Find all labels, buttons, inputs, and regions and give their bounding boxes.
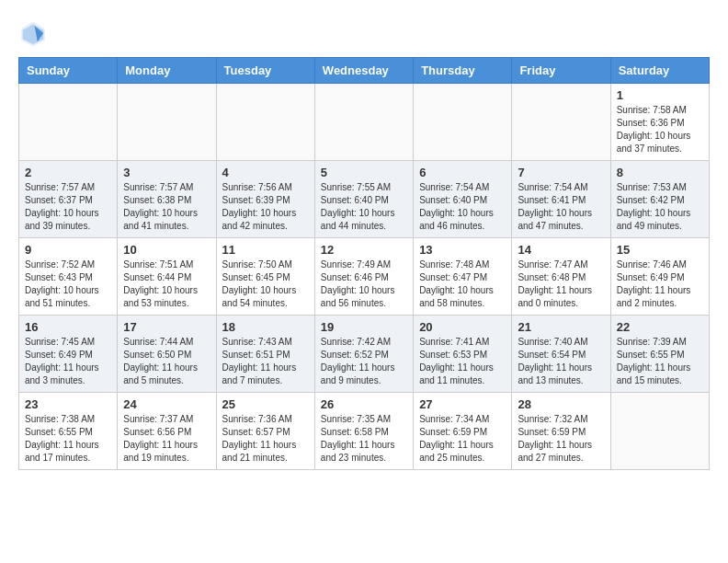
day-number: 5 — [321, 166, 407, 179]
calendar-cell: 4Sunrise: 7:56 AM Sunset: 6:39 PM Daylig… — [216, 161, 314, 238]
calendar-cell — [610, 393, 709, 470]
calendar-cell: 19Sunrise: 7:42 AM Sunset: 6:52 PM Dayli… — [314, 316, 413, 393]
calendar-cell: 15Sunrise: 7:46 AM Sunset: 6:49 PM Dayli… — [610, 238, 709, 316]
day-number: 22 — [617, 320, 703, 334]
day-info: Sunrise: 7:54 AM Sunset: 6:40 PM Dayligh… — [419, 181, 506, 233]
day-header-monday: Monday — [118, 58, 216, 84]
day-number: 1 — [617, 88, 703, 102]
day-info: Sunrise: 7:53 AM Sunset: 6:42 PM Dayligh… — [617, 181, 703, 233]
day-number: 12 — [321, 243, 407, 257]
day-header-sunday: Sunday — [19, 58, 118, 84]
day-number: 18 — [222, 320, 309, 334]
day-header-friday: Friday — [512, 58, 610, 84]
day-number: 9 — [25, 243, 111, 257]
calendar-cell: 25Sunrise: 7:36 AM Sunset: 6:57 PM Dayli… — [216, 393, 314, 470]
logo — [18, 18, 51, 48]
calendar-cell: 23Sunrise: 7:38 AM Sunset: 6:55 PM Dayli… — [19, 393, 118, 470]
day-number: 11 — [222, 243, 309, 257]
calendar-cell: 6Sunrise: 7:54 AM Sunset: 6:40 PM Daylig… — [414, 161, 512, 238]
day-number: 16 — [25, 320, 111, 334]
calendar-cell: 1Sunrise: 7:58 AM Sunset: 6:36 PM Daylig… — [610, 84, 709, 161]
day-info: Sunrise: 7:46 AM Sunset: 6:49 PM Dayligh… — [617, 259, 703, 310]
calendar-week-row: 2Sunrise: 7:57 AM Sunset: 6:37 PM Daylig… — [19, 161, 710, 238]
calendar-cell: 24Sunrise: 7:37 AM Sunset: 6:56 PM Dayli… — [118, 393, 216, 470]
calendar-cell: 21Sunrise: 7:40 AM Sunset: 6:54 PM Dayli… — [512, 316, 610, 393]
calendar-cell: 27Sunrise: 7:34 AM Sunset: 6:59 PM Dayli… — [414, 393, 512, 470]
logo-icon — [18, 18, 48, 48]
day-number: 25 — [222, 397, 309, 411]
day-header-wednesday: Wednesday — [314, 58, 413, 84]
day-number: 15 — [617, 243, 703, 257]
calendar-cell: 28Sunrise: 7:32 AM Sunset: 6:59 PM Dayli… — [512, 393, 610, 470]
calendar-cell: 22Sunrise: 7:39 AM Sunset: 6:55 PM Dayli… — [610, 316, 709, 393]
calendar-cell: 8Sunrise: 7:53 AM Sunset: 6:42 PM Daylig… — [610, 161, 709, 238]
calendar-cell: 18Sunrise: 7:43 AM Sunset: 6:51 PM Dayli… — [216, 316, 314, 393]
calendar-week-row: 23Sunrise: 7:38 AM Sunset: 6:55 PM Dayli… — [19, 393, 710, 470]
day-info: Sunrise: 7:49 AM Sunset: 6:46 PM Dayligh… — [321, 259, 407, 310]
day-info: Sunrise: 7:40 AM Sunset: 6:54 PM Dayligh… — [518, 336, 604, 387]
day-number: 10 — [123, 243, 210, 257]
day-info: Sunrise: 7:37 AM Sunset: 6:56 PM Dayligh… — [123, 413, 210, 465]
calendar-cell: 7Sunrise: 7:54 AM Sunset: 6:41 PM Daylig… — [512, 161, 610, 238]
day-header-saturday: Saturday — [610, 58, 709, 84]
day-info: Sunrise: 7:56 AM Sunset: 6:39 PM Dayligh… — [222, 181, 309, 233]
calendar-cell — [19, 84, 118, 161]
day-info: Sunrise: 7:55 AM Sunset: 6:40 PM Dayligh… — [321, 181, 407, 233]
day-info: Sunrise: 7:58 AM Sunset: 6:36 PM Dayligh… — [617, 104, 703, 155]
day-info: Sunrise: 7:43 AM Sunset: 6:51 PM Dayligh… — [222, 336, 309, 387]
calendar-cell: 26Sunrise: 7:35 AM Sunset: 6:58 PM Dayli… — [314, 393, 413, 470]
day-number: 19 — [321, 320, 407, 334]
day-number: 21 — [518, 320, 604, 334]
day-info: Sunrise: 7:38 AM Sunset: 6:55 PM Dayligh… — [25, 413, 111, 465]
day-number: 2 — [25, 166, 111, 179]
day-info: Sunrise: 7:36 AM Sunset: 6:57 PM Dayligh… — [222, 413, 309, 465]
calendar-cell: 20Sunrise: 7:41 AM Sunset: 6:53 PM Dayli… — [414, 316, 512, 393]
calendar-cell: 17Sunrise: 7:44 AM Sunset: 6:50 PM Dayli… — [118, 316, 216, 393]
day-header-thursday: Thursday — [414, 58, 512, 84]
day-info: Sunrise: 7:35 AM Sunset: 6:58 PM Dayligh… — [321, 413, 407, 465]
day-info: Sunrise: 7:41 AM Sunset: 6:53 PM Dayligh… — [419, 336, 506, 387]
calendar-week-row: 9Sunrise: 7:52 AM Sunset: 6:43 PM Daylig… — [19, 238, 710, 316]
day-number: 6 — [419, 166, 506, 179]
day-number: 27 — [419, 397, 506, 411]
day-info: Sunrise: 7:52 AM Sunset: 6:43 PM Dayligh… — [25, 259, 111, 310]
calendar-cell: 11Sunrise: 7:50 AM Sunset: 6:45 PM Dayli… — [216, 238, 314, 316]
day-info: Sunrise: 7:39 AM Sunset: 6:55 PM Dayligh… — [617, 336, 703, 387]
day-info: Sunrise: 7:34 AM Sunset: 6:59 PM Dayligh… — [419, 413, 506, 465]
calendar-cell: 16Sunrise: 7:45 AM Sunset: 6:49 PM Dayli… — [19, 316, 118, 393]
calendar-cell — [118, 84, 216, 161]
day-number: 28 — [518, 397, 604, 411]
day-info: Sunrise: 7:32 AM Sunset: 6:59 PM Dayligh… — [518, 413, 604, 465]
day-number: 3 — [123, 166, 210, 179]
calendar-cell: 12Sunrise: 7:49 AM Sunset: 6:46 PM Dayli… — [314, 238, 413, 316]
day-info: Sunrise: 7:51 AM Sunset: 6:44 PM Dayligh… — [123, 259, 210, 310]
day-number: 26 — [321, 397, 407, 411]
calendar-cell: 14Sunrise: 7:47 AM Sunset: 6:48 PM Dayli… — [512, 238, 610, 316]
day-number: 8 — [617, 166, 703, 179]
calendar-cell — [314, 84, 413, 161]
calendar-cell — [512, 84, 610, 161]
day-number: 24 — [123, 397, 210, 411]
day-info: Sunrise: 7:48 AM Sunset: 6:47 PM Dayligh… — [419, 259, 506, 310]
day-info: Sunrise: 7:57 AM Sunset: 6:38 PM Dayligh… — [123, 181, 210, 233]
calendar-cell: 3Sunrise: 7:57 AM Sunset: 6:38 PM Daylig… — [118, 161, 216, 238]
calendar-cell — [414, 84, 512, 161]
calendar-cell: 9Sunrise: 7:52 AM Sunset: 6:43 PM Daylig… — [19, 238, 118, 316]
day-number: 23 — [25, 397, 111, 411]
day-info: Sunrise: 7:50 AM Sunset: 6:45 PM Dayligh… — [222, 259, 309, 310]
day-number: 20 — [419, 320, 506, 334]
day-number: 17 — [123, 320, 210, 334]
day-info: Sunrise: 7:54 AM Sunset: 6:41 PM Dayligh… — [518, 181, 604, 233]
calendar-week-row: 1Sunrise: 7:58 AM Sunset: 6:36 PM Daylig… — [19, 84, 710, 161]
day-number: 7 — [518, 166, 604, 179]
calendar-cell: 10Sunrise: 7:51 AM Sunset: 6:44 PM Dayli… — [118, 238, 216, 316]
day-number: 13 — [419, 243, 506, 257]
page-header — [18, 18, 710, 48]
day-info: Sunrise: 7:47 AM Sunset: 6:48 PM Dayligh… — [518, 259, 604, 310]
day-info: Sunrise: 7:42 AM Sunset: 6:52 PM Dayligh… — [321, 336, 407, 387]
calendar-header-row: SundayMondayTuesdayWednesdayThursdayFrid… — [19, 58, 710, 84]
calendar-week-row: 16Sunrise: 7:45 AM Sunset: 6:49 PM Dayli… — [19, 316, 710, 393]
day-number: 4 — [222, 166, 309, 179]
calendar-cell: 2Sunrise: 7:57 AM Sunset: 6:37 PM Daylig… — [19, 161, 118, 238]
calendar-cell: 5Sunrise: 7:55 AM Sunset: 6:40 PM Daylig… — [314, 161, 413, 238]
